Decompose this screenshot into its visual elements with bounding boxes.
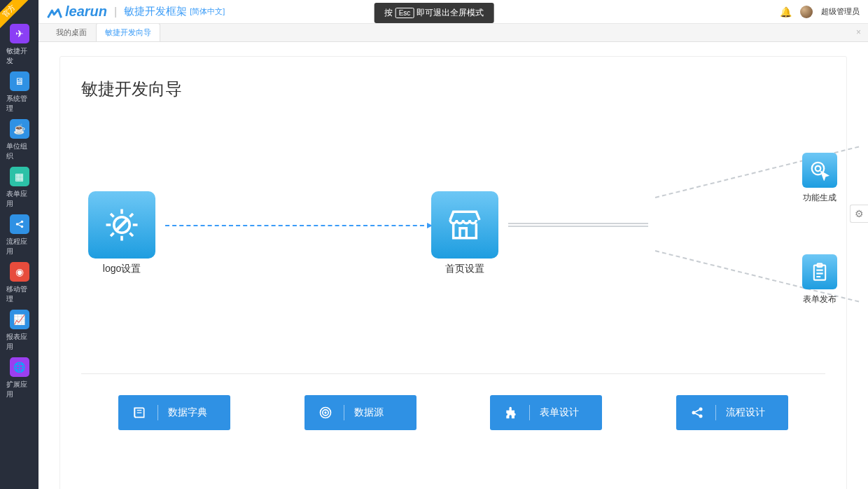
plane-icon: ✈ <box>10 24 29 43</box>
sidebar: ✈ 敏捷开发 🖥 系统管理 ☕ 单位组织 ▦ 表单应用 流程应用 ◉ 移动管理 … <box>0 0 38 489</box>
puzzle-icon <box>503 406 519 420</box>
sidebar-item-1[interactable]: 🖥 系统管理 <box>6 71 33 113</box>
clipboard-icon <box>802 254 837 289</box>
bell-icon[interactable]: 🔔 <box>780 6 792 18</box>
brand-logo[interactable]: learun <box>47 4 107 20</box>
wizard-diagram: logo设置 首页设置 功能生成 表单发布 <box>81 121 825 331</box>
grid-icon: ▦ <box>10 167 29 186</box>
settings-gear-icon[interactable]: ⚙ <box>850 205 868 223</box>
bottom-buttons: 数据字典 数据源 表单设计 流程设计 <box>81 395 825 430</box>
sidebar-item-4[interactable]: 流程应用 <box>6 214 33 256</box>
cursor-target-icon <box>802 153 837 188</box>
esc-key: Esc <box>396 8 414 18</box>
globe-icon: 🌐 <box>10 357 29 377</box>
gear-wrench-icon <box>88 191 155 259</box>
connector-grey <box>508 223 648 227</box>
divider <box>81 373 825 374</box>
btn-dictionary[interactable]: 数据字典 <box>118 395 230 430</box>
tab-close-icon[interactable]: × <box>856 27 861 37</box>
svg-point-10 <box>325 412 326 413</box>
avatar[interactable] <box>800 6 813 18</box>
user-name[interactable]: 超级管理员 <box>821 6 860 17</box>
wizard-card: 敏捷开发向导 logo设置 首页设置 <box>59 56 847 489</box>
share-nodes-icon <box>689 406 706 420</box>
tab-desktop[interactable]: 我的桌面 <box>47 23 96 41</box>
logo-icon <box>47 6 62 18</box>
btn-datasource[interactable]: 数据源 <box>304 395 416 430</box>
monitor-icon: 🖥 <box>10 71 29 91</box>
sidebar-item-2[interactable]: ☕ 单位组织 <box>6 119 33 161</box>
coffee-icon: ☕ <box>10 119 29 139</box>
target-icon <box>317 406 334 420</box>
node-form[interactable]: 表单发布 <box>802 254 837 305</box>
tab-bar: 我的桌面 敏捷开发向导 × <box>38 24 868 42</box>
fullscreen-banner: 按 Esc 即可退出全屏模式 <box>374 3 494 23</box>
connector-blue <box>165 225 431 226</box>
share-icon <box>10 214 29 234</box>
main-panel: 敏捷开发向导 logo设置 首页设置 <box>38 42 868 489</box>
wizard-title: 敏捷开发向导 <box>81 78 825 100</box>
sidebar-item-3[interactable]: ▦ 表单应用 <box>6 167 33 209</box>
btn-formdesign[interactable]: 表单设计 <box>490 395 602 430</box>
node-gen[interactable]: 功能生成 <box>802 153 837 204</box>
sidebar-item-7[interactable]: 🌐 扩展应用 <box>6 357 33 399</box>
lang-switch[interactable]: [简体中文] <box>190 6 225 17</box>
sidebar-item-5[interactable]: ◉ 移动管理 <box>6 262 33 304</box>
svg-point-5 <box>816 166 821 172</box>
book-icon <box>131 406 148 420</box>
sidebar-item-0[interactable]: ✈ 敏捷开发 <box>6 24 33 66</box>
node-logo[interactable]: logo设置 <box>88 191 155 275</box>
header-title: 敏捷开发框架 <box>124 5 187 18</box>
node-home[interactable]: 首页设置 <box>431 191 498 275</box>
chart-icon: 📈 <box>10 310 29 329</box>
sidebar-item-6[interactable]: 📈 报表应用 <box>6 310 33 352</box>
tab-wizard[interactable]: 敏捷开发向导 <box>96 23 160 41</box>
btn-flowdesign[interactable]: 流程设计 <box>676 395 788 430</box>
android-icon: ◉ <box>10 262 29 282</box>
store-icon <box>431 191 498 259</box>
